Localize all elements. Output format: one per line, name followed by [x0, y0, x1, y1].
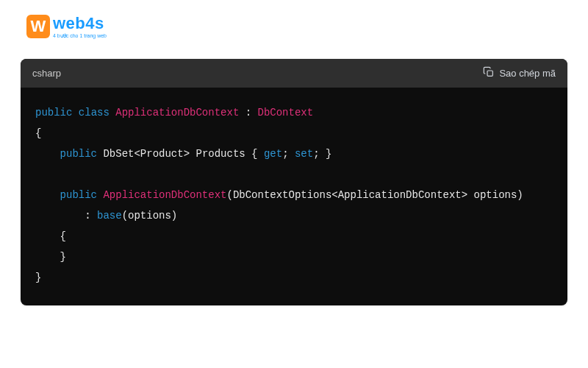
logo-icon: W — [26, 15, 50, 38]
punct-p3: ( — [122, 210, 128, 222]
code-header: csharp Sao chép mã — [21, 59, 567, 88]
type-appdb2: ApplicationDbContext — [338, 189, 462, 201]
punct-p1: ( — [226, 189, 232, 201]
copy-icon — [483, 66, 495, 80]
ctor-name: ApplicationDbContext — [103, 189, 226, 201]
keyword-public: public — [35, 107, 72, 118]
prop-products: Products — [196, 148, 245, 160]
punct-brace-o2: { — [60, 230, 66, 242]
punct-semi: ; — [282, 148, 288, 160]
param-options: options — [474, 189, 517, 201]
logo: W web4s 4 bước cho 1 trang web — [26, 15, 567, 38]
punct-lt2: < — [331, 189, 337, 201]
punct-gt2: > — [462, 189, 467, 201]
logo-tagline: 4 bước cho 1 trang web — [53, 33, 107, 38]
punct-brace-c2: } — [60, 251, 66, 263]
language-label: csharp — [32, 68, 61, 79]
punct-semi2: ; — [313, 148, 319, 160]
copy-label: Sao chép mã — [499, 68, 556, 79]
punct-colon: : — [245, 107, 251, 118]
keyword-base: base — [97, 210, 122, 222]
keyword-class: class — [79, 107, 110, 118]
punct-p4: ) — [171, 210, 177, 222]
punct-p2: ) — [517, 189, 523, 201]
punct-b1: { — [251, 148, 257, 160]
punct-brace-close: } — [35, 272, 41, 283]
type-options: DbContextOptions — [233, 189, 331, 201]
type-appdb: ApplicationDbContext — [115, 107, 239, 118]
code-body: public class ApplicationDbContext : DbCo… — [21, 88, 567, 305]
type-product: Product — [140, 148, 184, 160]
type-dbset: DbSet — [103, 148, 134, 160]
logo-text: web4s — [53, 15, 107, 32]
punct-lt: < — [134, 148, 140, 160]
type-dbcontext: DbContext — [258, 107, 314, 118]
arg-options: options — [128, 210, 171, 222]
code-block: csharp Sao chép mã public class Applicat… — [21, 59, 567, 305]
keyword-public: public — [60, 189, 97, 201]
copy-button[interactable]: Sao chép mã — [483, 66, 556, 80]
logo-text-wrap: web4s 4 bước cho 1 trang web — [53, 15, 107, 38]
svg-rect-0 — [487, 71, 492, 76]
punct-gt: > — [184, 148, 190, 160]
punct-brace-open: { — [35, 127, 41, 139]
accessor-set: set — [295, 148, 313, 160]
punct-colon2: : — [85, 210, 90, 222]
accessor-get: get — [264, 148, 282, 160]
punct-b2: } — [326, 148, 331, 160]
keyword-public: public — [60, 148, 97, 160]
